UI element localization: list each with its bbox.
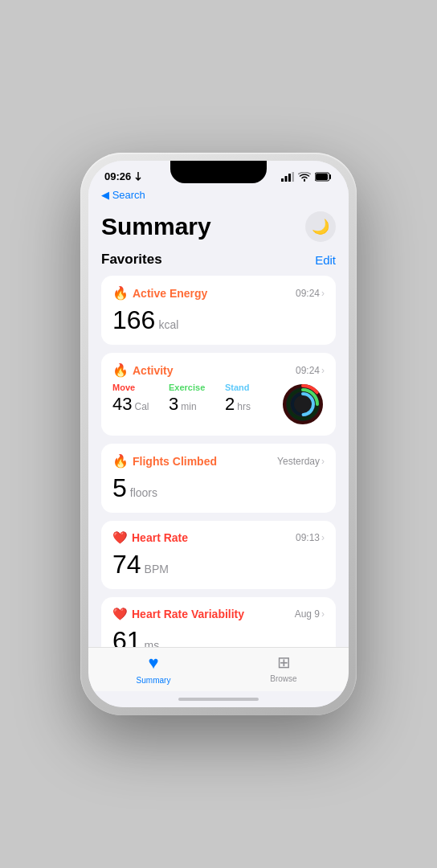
fire-icon: 🔥 bbox=[112, 362, 129, 378]
active-energy-time: 09:24 › bbox=[296, 288, 325, 299]
flights-time: Yesterday › bbox=[277, 456, 325, 467]
card-title-row: ❤️ Heart Rate Variability bbox=[112, 607, 244, 621]
move-metric: Move 43 Cal bbox=[112, 383, 156, 415]
active-energy-card[interactable]: 🔥 Active Energy 09:24 › 166 kcal bbox=[101, 276, 336, 345]
fire-icon: 🔥 bbox=[112, 453, 129, 469]
stand-value-row: 2 hrs bbox=[225, 394, 268, 415]
status-icons bbox=[281, 172, 333, 182]
activity-title: Activity bbox=[133, 364, 174, 377]
phone-screen: 09:26 bbox=[88, 161, 349, 707]
fire-icon: 🔥 bbox=[112, 285, 129, 301]
location-icon bbox=[134, 172, 142, 182]
heart-rate-unit: BPM bbox=[145, 563, 169, 575]
card-header: ❤️ Heart Rate Variability Aug 9 › bbox=[112, 607, 325, 621]
heart-tab-icon: ♥ bbox=[148, 653, 158, 674]
move-label: Move bbox=[112, 383, 156, 392]
hrv-card[interactable]: ❤️ Heart Rate Variability Aug 9 › 61 ms bbox=[101, 597, 336, 647]
svg-rect-1 bbox=[285, 176, 288, 182]
activity-card[interactable]: 🔥 Activity 09:24 › Move 43 Cal bbox=[101, 353, 336, 436]
moon-icon: 🌙 bbox=[312, 218, 329, 235]
card-title-row: 🔥 Active Energy bbox=[112, 285, 207, 301]
scroll-content[interactable]: Summary 🌙 Favorites Edit 🔥 Active Energy bbox=[88, 205, 349, 647]
stand-value: 2 bbox=[225, 394, 235, 415]
battery-icon bbox=[315, 172, 333, 182]
move-unit: Cal bbox=[134, 401, 149, 412]
favorites-title: Favorites bbox=[101, 252, 162, 268]
heart-rate-value: 74 bbox=[112, 550, 141, 579]
exercise-unit: min bbox=[181, 401, 196, 412]
chevron-icon: › bbox=[321, 608, 325, 620]
svg-rect-0 bbox=[281, 178, 284, 182]
tab-browse[interactable]: ⊞ Browse bbox=[218, 653, 349, 685]
hrv-unit: ms bbox=[145, 639, 160, 647]
active-energy-title: Active Energy bbox=[133, 287, 207, 300]
active-energy-value: 166 bbox=[112, 305, 155, 335]
chevron-icon: › bbox=[321, 456, 325, 467]
favorites-section-header: Favorites Edit bbox=[101, 252, 336, 268]
heart-icon: ❤️ bbox=[112, 607, 128, 621]
svg-rect-2 bbox=[288, 174, 291, 182]
hrv-time: Aug 9 › bbox=[295, 608, 325, 620]
stand-label: Stand bbox=[225, 383, 268, 392]
move-value: 43 bbox=[112, 394, 132, 415]
browse-tab-label: Browse bbox=[270, 674, 296, 683]
heart-rate-title: Heart Rate bbox=[132, 531, 188, 544]
stand-unit: hrs bbox=[237, 401, 251, 412]
card-header: 🔥 Activity 09:24 › bbox=[112, 362, 325, 378]
heart-rate-time: 09:13 › bbox=[296, 532, 325, 543]
wifi-icon bbox=[298, 172, 311, 182]
page-title: Summary bbox=[101, 213, 211, 240]
heart-icon: ❤️ bbox=[112, 530, 128, 545]
card-header: 🔥 Flights Climbed Yesterday › bbox=[112, 453, 325, 469]
flights-metric: 5 floors bbox=[112, 473, 325, 503]
activity-ring bbox=[281, 383, 325, 426]
exercise-label: Exercise bbox=[169, 383, 212, 392]
card-header: 🔥 Active Energy 09:24 › bbox=[112, 285, 325, 301]
activity-metrics: Move 43 Cal Exercise 3 min bbox=[112, 383, 325, 426]
status-time: 09:26 bbox=[104, 170, 131, 182]
signal-icon bbox=[281, 172, 294, 182]
browse-tab-icon: ⊞ bbox=[277, 653, 291, 672]
tab-bar: ♥ Summary ⊞ Browse bbox=[88, 647, 349, 691]
notch bbox=[170, 161, 267, 183]
active-energy-unit: kcal bbox=[158, 318, 178, 331]
active-energy-metric: 166 kcal bbox=[112, 305, 325, 335]
card-title-row: 🔥 Flights Climbed bbox=[112, 453, 217, 469]
edit-button[interactable]: Edit bbox=[315, 253, 336, 267]
exercise-metric: Exercise 3 min bbox=[169, 383, 212, 415]
activity-time: 09:24 › bbox=[296, 365, 325, 376]
move-value-row: 43 Cal bbox=[112, 394, 156, 415]
tab-summary[interactable]: ♥ Summary bbox=[88, 653, 218, 685]
page-header: Summary 🌙 bbox=[101, 205, 336, 252]
stand-metric: Stand 2 hrs bbox=[225, 383, 268, 415]
chevron-icon: › bbox=[321, 365, 325, 376]
flights-title: Flights Climbed bbox=[133, 455, 217, 468]
card-title-row: ❤️ Heart Rate bbox=[112, 530, 188, 545]
back-label[interactable]: ◀ Search bbox=[101, 189, 145, 201]
card-header: ❤️ Heart Rate 09:13 › bbox=[112, 530, 325, 545]
flights-climbed-card[interactable]: 🔥 Flights Climbed Yesterday › 5 floors bbox=[101, 444, 336, 513]
heart-rate-metric: 74 BPM bbox=[112, 550, 325, 579]
flights-value: 5 bbox=[112, 473, 127, 503]
chevron-icon: › bbox=[321, 288, 325, 299]
hrv-value: 61 bbox=[112, 626, 141, 647]
exercise-value-row: 3 min bbox=[169, 394, 212, 415]
heart-rate-card[interactable]: ❤️ Heart Rate 09:13 › 74 BPM bbox=[101, 521, 336, 589]
card-title-row: 🔥 Activity bbox=[112, 362, 174, 378]
home-bar bbox=[178, 698, 259, 701]
summary-tab-label: Summary bbox=[137, 676, 171, 685]
hrv-title: Heart Rate Variability bbox=[132, 608, 244, 620]
svg-rect-3 bbox=[292, 172, 295, 182]
phone-frame: 09:26 bbox=[80, 153, 357, 715]
flights-unit: floors bbox=[130, 486, 157, 499]
chevron-icon: › bbox=[321, 532, 325, 543]
svg-rect-5 bbox=[316, 174, 328, 180]
moon-button[interactable]: 🌙 bbox=[305, 211, 336, 242]
back-nav[interactable]: ◀ Search bbox=[88, 186, 349, 205]
exercise-value: 3 bbox=[169, 394, 178, 415]
activity-ring-svg bbox=[281, 383, 325, 426]
hrv-metric: 61 ms bbox=[112, 626, 325, 647]
home-indicator bbox=[88, 691, 349, 707]
